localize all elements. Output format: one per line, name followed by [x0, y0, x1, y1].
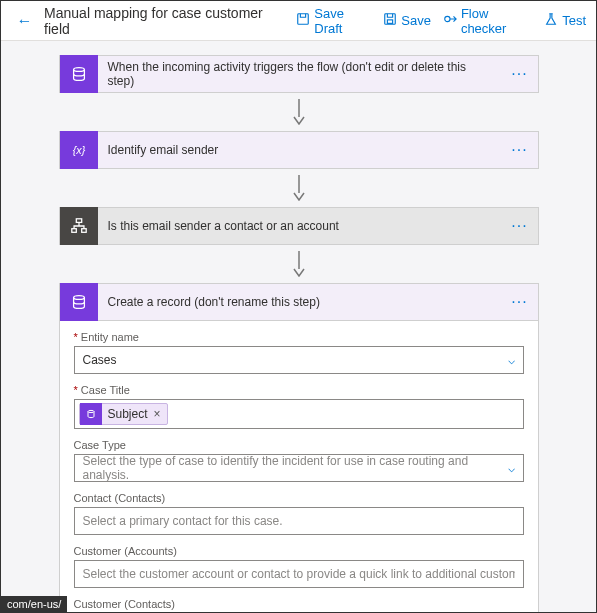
entity-name-label: * Entity name: [74, 331, 524, 343]
test-label: Test: [562, 13, 586, 28]
entity-name-value: Cases: [83, 353, 117, 367]
contact-contacts-placeholder: Select a primary contact for this case.: [83, 514, 283, 528]
step-condition-label: Is this email sender a contact or an acc…: [98, 219, 502, 233]
save-button[interactable]: Save: [383, 12, 431, 29]
test-button[interactable]: Test: [544, 12, 586, 29]
svg-point-12: [73, 296, 84, 300]
token-subject[interactable]: Subject ×: [79, 403, 168, 425]
step-create[interactable]: Create a record (don't rename this step)…: [59, 283, 539, 321]
save-draft-button[interactable]: Save Draft: [296, 6, 371, 36]
customer-contacts-label: Customer (Contacts): [74, 598, 524, 610]
svg-rect-2: [388, 20, 393, 24]
field-customer-accounts: Customer (Accounts) Select the customer …: [74, 545, 524, 588]
status-url: com/en-us/: [1, 596, 67, 612]
step-identify-menu[interactable]: ···: [502, 141, 538, 159]
step-trigger-label: When the incoming activity triggers the …: [98, 60, 502, 88]
token-remove-icon[interactable]: ×: [148, 407, 167, 421]
condition-icon: [60, 207, 98, 245]
step-condition-menu[interactable]: ···: [502, 217, 538, 235]
step-identify-label: Identify email sender: [98, 143, 502, 157]
customer-accounts-label: Customer (Accounts): [74, 545, 524, 557]
page-title: Manual mapping for case customer field: [44, 5, 284, 37]
connector-arrow: [292, 251, 306, 277]
step-trigger[interactable]: When the incoming activity triggers the …: [59, 55, 539, 93]
database-icon: [60, 283, 98, 321]
save-draft-label: Save Draft: [314, 6, 371, 36]
step-condition[interactable]: Is this email sender a contact or an acc…: [59, 207, 539, 245]
flow-canvas: When the incoming activity triggers the …: [1, 41, 596, 613]
page-header: ← Manual mapping for case customer field…: [1, 1, 596, 41]
svg-rect-0: [298, 14, 309, 25]
field-case-title: * Case Title Subject ×: [74, 384, 524, 429]
arrow-left-icon: ←: [17, 12, 33, 30]
step-create-label: Create a record (don't rename this step): [98, 295, 502, 309]
step-create-body: * Entity name Cases ⌵ * Case Title Subje…: [59, 321, 539, 613]
connector-arrow: [292, 99, 306, 125]
save-icon: [383, 12, 397, 29]
customer-accounts-placeholder: Select the customer account or contact t…: [83, 567, 515, 581]
variable-icon: {x}: [60, 131, 98, 169]
save-draft-icon: [296, 12, 310, 29]
field-customer-contacts: Customer (Contacts) contacts(85df6c86-ca…: [74, 598, 524, 613]
contact-contacts-input[interactable]: Select a primary contact for this case.: [74, 507, 524, 535]
case-type-label: Case Type: [74, 439, 524, 451]
flask-icon: [544, 12, 558, 29]
field-case-type: Case Type Select the type of case to ide…: [74, 439, 524, 482]
case-type-placeholder: Select the type of case to identify the …: [83, 454, 508, 482]
svg-rect-10: [81, 229, 86, 233]
flow-checker-button[interactable]: Flow checker: [443, 6, 532, 36]
svg-rect-8: [76, 219, 81, 223]
flow-checker-label: Flow checker: [461, 6, 532, 36]
field-entity-name: * Entity name Cases ⌵: [74, 331, 524, 374]
connector-arrow: [292, 175, 306, 201]
customer-accounts-input[interactable]: Select the customer account or contact t…: [74, 560, 524, 588]
back-button[interactable]: ←: [11, 7, 38, 35]
step-create-menu[interactable]: ···: [502, 293, 538, 311]
token-subject-label: Subject: [108, 407, 148, 421]
database-icon: [80, 403, 102, 425]
chevron-down-icon: ⌵: [508, 461, 515, 475]
svg-rect-9: [71, 229, 76, 233]
svg-point-13: [88, 410, 94, 412]
svg-rect-1: [385, 14, 396, 25]
contact-contacts-label: Contact (Contacts): [74, 492, 524, 504]
svg-point-3: [445, 16, 450, 21]
svg-text:{x}: {x}: [72, 144, 85, 156]
save-label: Save: [401, 13, 431, 28]
svg-point-4: [73, 68, 84, 72]
case-title-label: * Case Title: [74, 384, 524, 396]
step-identify[interactable]: {x} Identify email sender ···: [59, 131, 539, 169]
flow-checker-icon: [443, 12, 457, 29]
entity-name-dropdown[interactable]: Cases ⌵: [74, 346, 524, 374]
database-icon: [60, 55, 98, 93]
field-contact-contacts: Contact (Contacts) Select a primary cont…: [74, 492, 524, 535]
toolbar: Save Draft Save Flow checker Test: [296, 6, 586, 36]
case-type-dropdown[interactable]: Select the type of case to identify the …: [74, 454, 524, 482]
case-title-input[interactable]: Subject ×: [74, 399, 524, 429]
step-trigger-menu[interactable]: ···: [502, 65, 538, 83]
chevron-down-icon: ⌵: [508, 353, 515, 367]
